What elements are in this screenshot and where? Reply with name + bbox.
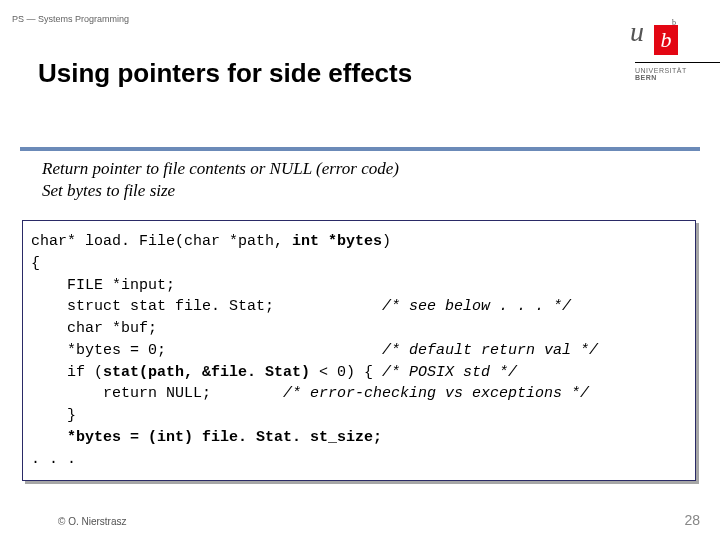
code-block: char* load. File(char *path, int *bytes)… xyxy=(22,220,696,481)
divider-rule xyxy=(20,147,700,151)
course-label: PS — Systems Programming xyxy=(12,14,129,24)
description-line2: Set bytes to file size xyxy=(42,180,660,202)
header: PS — Systems Programming Using pointers … xyxy=(0,0,720,120)
description: Return pointer to file contents or NULL … xyxy=(42,158,660,202)
code-content: char* load. File(char *path, int *bytes)… xyxy=(31,231,687,470)
page-number: 28 xyxy=(684,512,700,528)
description-line1: Return pointer to file contents or NULL … xyxy=(42,158,660,180)
university-name: UNIVERSITÄT BERN xyxy=(635,62,720,94)
footer: © O. Nierstrasz 28 xyxy=(58,512,700,528)
university-line2: BERN xyxy=(635,74,720,81)
university-line1: UNIVERSITÄT xyxy=(635,67,720,74)
slide-title: Using pointers for side effects xyxy=(38,58,412,89)
university-logo: u b b UNIVERSITÄT BERN xyxy=(610,0,720,120)
logo-u-letter: u xyxy=(630,18,644,46)
logo-b-letter: b xyxy=(654,25,678,55)
copyright: © O. Nierstrasz xyxy=(58,516,127,527)
